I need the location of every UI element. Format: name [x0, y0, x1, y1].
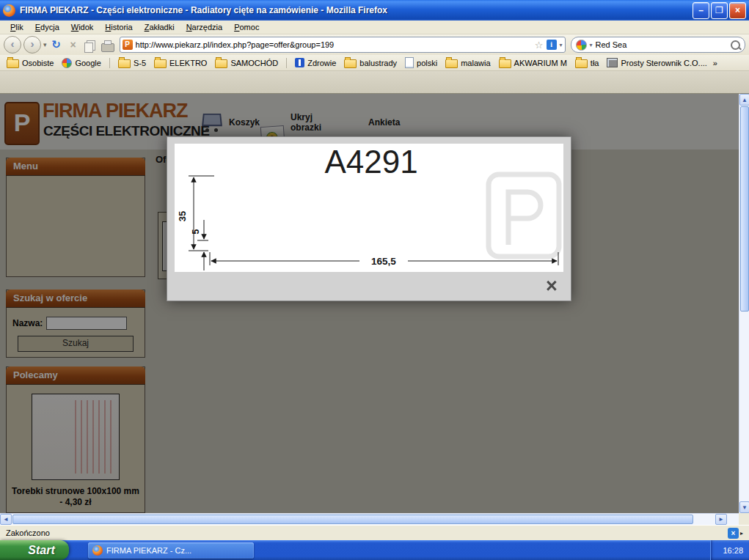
- scroll-up-icon[interactable]: ▲: [739, 94, 749, 106]
- horizontal-scrollbar[interactable]: ◄ ►: [0, 513, 739, 525]
- bookmark-label: AKWARIUM M: [514, 59, 567, 67]
- menu-item-2[interactable]: Widok: [65, 21, 100, 33]
- menu-item-0[interactable]: Plik: [4, 21, 29, 33]
- forward-button[interactable]: ›: [23, 36, 41, 54]
- bookmark-label: Prosty Sterownik C.O....: [621, 59, 706, 67]
- extension-status-icon[interactable]: ×: [728, 528, 739, 539]
- image-icon: [607, 58, 618, 67]
- folder-icon: [575, 59, 588, 68]
- search-input[interactable]: Red Sea: [596, 40, 728, 49]
- scroll-right-icon[interactable]: ►: [715, 514, 727, 525]
- bookmark-item[interactable]: Prosty Sterownik C.O....: [604, 57, 709, 68]
- scroll-down-icon[interactable]: ▼: [739, 501, 749, 513]
- menu-item-3[interactable]: Historia: [99, 21, 138, 33]
- url-text[interactable]: http://www.piekarz.pl/index.php?page=off…: [136, 40, 532, 49]
- dim-base-label: 5: [190, 229, 201, 234]
- status-bar: Zakończono × ▸: [0, 525, 749, 540]
- restore-button[interactable]: ❐: [711, 2, 728, 19]
- horizontal-scroll-thumb[interactable]: [12, 515, 693, 524]
- window-title: FIRMA PIEKARZ - Części elektroniczne - R…: [20, 5, 691, 15]
- page-viewport: P FIRMA PIEKARZ CZĘŚCI ELEKTRONICZNE Kos…: [0, 94, 739, 513]
- bookmark-item[interactable]: SAMOCHÓD: [213, 57, 280, 69]
- menu-item-6[interactable]: Pomoc: [228, 21, 265, 33]
- screen: FIRMA PIEKARZ - Części elektroniczne - R…: [0, 0, 749, 560]
- folder-icon: [344, 59, 357, 68]
- site-favicon: P: [123, 40, 133, 50]
- bookmark-item[interactable]: tła: [573, 57, 602, 69]
- stop-button[interactable]: ×: [66, 37, 81, 52]
- back-button[interactable]: ‹: [4, 36, 21, 54]
- bookmark-label: ELEKTRO: [169, 59, 207, 67]
- search-icon[interactable]: [731, 40, 740, 50]
- system-tray: 16:28: [710, 540, 749, 560]
- taskbar-task-button[interactable]: FIRMA PIEKARZ - Cz...: [88, 542, 254, 559]
- search-bar[interactable]: ▾ Red Sea: [571, 37, 745, 53]
- menu-bar: PlikEdycjaWidokHistoriaZakładkiNarzędzia…: [0, 21, 749, 34]
- heatsink-drawing: A4291 35 5 165,5: [175, 144, 563, 272]
- history-dropdown-icon[interactable]: ▾: [43, 41, 47, 48]
- bookmark-star-icon[interactable]: ☆: [535, 40, 544, 51]
- bookmark-label: polski: [417, 59, 437, 67]
- folder-icon: [154, 59, 167, 68]
- bookmarks-bar: OsobisteGoogleS-5ELEKTROSAMOCHÓDZdrowieb…: [0, 55, 749, 71]
- status-text: Zakończono: [6, 528, 728, 537]
- google-engine-icon[interactable]: [576, 40, 587, 51]
- menu-item-5[interactable]: Narzędzia: [180, 21, 229, 33]
- firefox-logo-icon: [3, 4, 15, 17]
- bookmark-item[interactable]: balustrady: [342, 57, 399, 69]
- bookmark-item[interactable]: Zdrowie: [293, 57, 338, 68]
- folder-icon: [445, 59, 458, 68]
- folder-icon: [7, 59, 19, 68]
- tab-bar: [0, 71, 749, 94]
- bookmark-item[interactable]: Google: [59, 57, 103, 69]
- taskbar: Start FIRMA PIEKARZ - Cz... 16:28: [0, 540, 749, 560]
- url-dropdown-icon[interactable]: ▾: [560, 42, 563, 48]
- dim-width-label: 165,5: [371, 256, 396, 267]
- bookmarks-separator: [286, 58, 287, 68]
- windows-flag-icon: [14, 545, 24, 556]
- bookmark-label: malawia: [461, 59, 490, 67]
- copy-icon[interactable]: [84, 43, 93, 53]
- bookmark-label: balustrady: [359, 59, 397, 67]
- blue-app-icon: [295, 58, 304, 67]
- site-info-icon[interactable]: i: [547, 40, 557, 50]
- bookmark-item[interactable]: malawia: [443, 57, 492, 69]
- menu-item-1[interactable]: Edycja: [29, 21, 65, 33]
- bookmark-label: tła: [591, 59, 599, 67]
- google-icon: [62, 58, 72, 68]
- bookmark-item[interactable]: Osobiste: [4, 57, 56, 69]
- vertical-scrollbar[interactable]: ▲ ▼: [739, 94, 749, 513]
- folder-icon: [215, 59, 227, 68]
- scroll-left-icon[interactable]: ◄: [0, 514, 12, 525]
- bookmark-item[interactable]: polski: [403, 56, 439, 69]
- taskbar-clock: 16:28: [723, 546, 743, 555]
- bookmark-label: Osobiste: [22, 59, 54, 67]
- lightbox-modal: A4291 35 5 165,5 ×: [167, 136, 571, 301]
- vertical-scroll-thumb[interactable]: [740, 106, 749, 312]
- bookmark-item[interactable]: S-5: [116, 57, 148, 69]
- engine-dropdown-icon[interactable]: ▾: [590, 42, 593, 48]
- bookmarks-overflow-icon[interactable]: »: [713, 59, 717, 67]
- watermark-logo-icon: [489, 174, 559, 257]
- bookmark-item[interactable]: ELEKTRO: [152, 57, 209, 69]
- extension-arrow-icon[interactable]: ▸: [740, 530, 743, 537]
- start-button[interactable]: Start: [0, 540, 69, 560]
- modal-close-icon[interactable]: ×: [541, 276, 562, 296]
- bookmark-label: S-5: [134, 59, 146, 67]
- folder-icon: [118, 59, 131, 68]
- bookmark-label: Google: [75, 59, 101, 67]
- close-button[interactable]: ×: [729, 2, 746, 19]
- firefox-task-icon: [92, 545, 103, 556]
- navigation-toolbar: ‹ › ▾ ↻ × P http://www.piekarz.pl/index.…: [0, 34, 749, 55]
- bookmark-item[interactable]: AKWARIUM M: [497, 57, 569, 69]
- task-label: FIRMA PIEKARZ - Cz...: [106, 546, 191, 555]
- title-bar: FIRMA PIEKARZ - Części elektroniczne - R…: [0, 0, 749, 21]
- print-icon[interactable]: [101, 43, 114, 52]
- refresh-button[interactable]: ↻: [49, 37, 64, 52]
- menu-item-4[interactable]: Zakładki: [139, 21, 180, 33]
- minimize-button[interactable]: –: [693, 2, 709, 19]
- folder-icon: [499, 59, 511, 68]
- url-bar[interactable]: P http://www.piekarz.pl/index.php?page=o…: [120, 37, 566, 53]
- modal-product-code: A4291: [324, 144, 417, 180]
- scrollbar-corner: [739, 513, 749, 525]
